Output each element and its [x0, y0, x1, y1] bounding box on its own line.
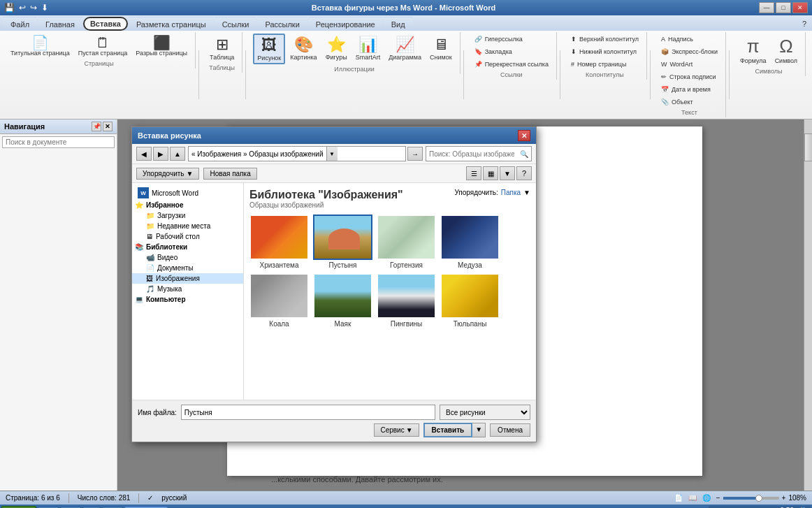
- nav-search-input[interactable]: [2, 136, 115, 148]
- nav-panel-close[interactable]: ✕: [103, 122, 113, 131]
- forward-button[interactable]: ▶: [153, 147, 168, 161]
- btn-formula[interactable]: π Формула: [737, 34, 770, 66]
- image-thumb-penguins[interactable]: Пингвины: [377, 273, 436, 328]
- window-controls[interactable]: — □ ✕: [759, 2, 808, 13]
- service-button[interactable]: Сервис ▼: [374, 423, 419, 437]
- btn-screenshot[interactable]: 🖥 Снимок: [426, 34, 456, 63]
- sidebar-item-desktop[interactable]: 🖥 Рабочий стол: [132, 231, 243, 242]
- sidebar-item-music[interactable]: 🎵 Музыка: [132, 284, 243, 294]
- sidebar-libraries-header[interactable]: 📚 Библиотеки: [132, 242, 243, 252]
- cancel-button[interactable]: Отмена: [490, 423, 530, 437]
- search-icon[interactable]: 🔍: [517, 147, 531, 161]
- image-grid: Хризантема Пустыня Гортенз: [249, 212, 530, 331]
- btn-header[interactable]: ⬆ Верхний колонтитул: [567, 34, 642, 45]
- tab-insert[interactable]: Вставка: [83, 17, 128, 31]
- btn-cross-ref[interactable]: 📌 Перекрестная ссылка: [471, 59, 552, 70]
- view-dropdown-button[interactable]: ▼: [500, 166, 515, 180]
- ribbon-group-links: 🔗 Гиперссылка 🔖 Закладка 📌 Перекрестная …: [467, 32, 557, 80]
- organize-button[interactable]: Упорядочить ▼: [136, 168, 199, 180]
- tab-file[interactable]: Файл: [3, 17, 37, 31]
- zoom-thumb[interactable]: [755, 495, 762, 502]
- path-dropdown[interactable]: ▼: [326, 147, 338, 161]
- btn-title-page[interactable]: 📄 Титульная страница: [7, 34, 73, 59]
- scrollbar-thumb[interactable]: [804, 133, 812, 161]
- btn-picture[interactable]: 🖼 Рисунок: [253, 34, 285, 64]
- sidebar-computer-header[interactable]: 💻 Компьютер: [132, 294, 243, 305]
- zoom-in-button[interactable]: +: [782, 494, 786, 502]
- btn-symbol[interactable]: Ω Символ: [771, 34, 801, 66]
- minimize-button[interactable]: —: [759, 2, 774, 13]
- btn-textbox[interactable]: A Надпись: [658, 34, 697, 45]
- btn-wordart[interactable]: W WordArt: [658, 59, 696, 70]
- image-thumb-lighthouse[interactable]: Маяк: [313, 273, 372, 328]
- tab-page-layout[interactable]: Разметка страницы: [129, 17, 214, 31]
- dialog-help-button[interactable]: ?: [516, 166, 532, 180]
- btn-page-num[interactable]: # Номер страницы: [567, 59, 630, 70]
- dialog-close-button[interactable]: ✕: [518, 130, 530, 141]
- tab-mailings[interactable]: Рассылки: [257, 17, 307, 31]
- image-thumb-jellyfish[interactable]: Медуза: [440, 215, 500, 269]
- zoom-out-button[interactable]: −: [716, 494, 720, 502]
- btn-signature[interactable]: ✏ Строка подписи: [658, 71, 720, 82]
- sidebar-favorites-header[interactable]: ⭐ Избранное: [132, 200, 243, 210]
- tab-references[interactable]: Ссылки: [215, 17, 257, 31]
- btn-chart[interactable]: 📈 Диаграмма: [385, 34, 425, 63]
- btn-shapes-label: Фигуры: [326, 54, 347, 61]
- sort-dropdown-icon[interactable]: ▼: [523, 189, 530, 196]
- btn-footer[interactable]: ⬇ Нижний колонтитул: [567, 46, 640, 57]
- sort-value[interactable]: Папка: [501, 189, 521, 196]
- tab-home[interactable]: Главная: [38, 17, 82, 31]
- sidebar-item-images[interactable]: 🖼 Изображения: [132, 273, 243, 284]
- ribbon-help-icon[interactable]: ?: [802, 20, 806, 28]
- sidebar-item-recent[interactable]: 📁 Недавние места: [132, 221, 243, 231]
- new-folder-button[interactable]: Новая папка: [203, 168, 256, 180]
- image-thumb-koala[interactable]: Коала: [249, 273, 309, 328]
- view-mode-print[interactable]: 📄: [674, 494, 683, 502]
- vertical-scrollbar[interactable]: [804, 119, 812, 491]
- zoom-slider[interactable]: [723, 497, 779, 500]
- filename-input[interactable]: [181, 405, 435, 420]
- view-list-button[interactable]: ☰: [466, 166, 481, 180]
- insert-button[interactable]: Вставить: [423, 423, 473, 437]
- btn-blank-page[interactable]: 🗒 Пустая страница: [75, 34, 131, 59]
- object-icon: 📎: [661, 99, 669, 106]
- image-thumb-desert[interactable]: Пустыня: [313, 215, 372, 269]
- back-button[interactable]: ◀: [136, 147, 152, 161]
- filetype-select[interactable]: Все рисунки: [440, 405, 530, 420]
- btn-wordart-label: WordArt: [669, 61, 693, 68]
- btn-table[interactable]: ⊞ Таблица: [206, 34, 238, 63]
- btn-object[interactable]: 📎 Объект: [658, 96, 697, 108]
- nav-panel-pin[interactable]: 📌: [92, 122, 101, 131]
- sidebar-item-ms-word[interactable]: W Microsoft Word: [132, 186, 243, 200]
- image-thumb-chrysanthemum[interactable]: Хризантема: [249, 215, 309, 269]
- sidebar-item-downloads[interactable]: 📁 Загрузки: [132, 210, 243, 221]
- sidebar-ms-word-label: Microsoft Word: [152, 189, 198, 197]
- path-go-button[interactable]: →: [407, 147, 423, 161]
- btn-express[interactable]: 📦 Экспресс-блоки: [658, 46, 721, 57]
- sidebar-item-documents[interactable]: 📄 Документы: [132, 263, 243, 273]
- btn-page-break[interactable]: ⬛ Разрыв страницы: [132, 34, 191, 59]
- btn-clipart[interactable]: 🎨 Картинка: [287, 34, 320, 63]
- maximize-button[interactable]: □: [776, 2, 791, 13]
- tab-review[interactable]: Рецензирование: [308, 17, 383, 31]
- view-mode-web[interactable]: 🌐: [702, 494, 711, 502]
- ribbon-content: 📄 Титульная страница 🗒 Пустая страница ⬛…: [0, 31, 812, 119]
- ribbon: Файл Главная Вставка Разметка страницы С…: [0, 15, 812, 119]
- btn-datetime[interactable]: 📅 Дата и время: [658, 84, 714, 95]
- btn-smartart[interactable]: 📊 SmartArt: [352, 34, 384, 63]
- image-thumb-hydrangea[interactable]: Гортензия: [377, 215, 436, 269]
- view-mode-read[interactable]: 📖: [688, 494, 697, 502]
- btn-bookmark[interactable]: 🔖 Закладка: [471, 46, 516, 57]
- image-thumb-tulips[interactable]: Тюльпаны: [440, 273, 500, 328]
- hyperlink-icon: 🔗: [474, 36, 482, 43]
- sidebar-item-video[interactable]: 📹 Видео: [132, 252, 243, 263]
- insert-dropdown-button[interactable]: ▼: [472, 423, 486, 437]
- btn-shapes[interactable]: ⭐ Фигуры: [322, 34, 351, 63]
- close-button[interactable]: ✕: [792, 2, 808, 13]
- view-detail-button[interactable]: ▦: [483, 166, 498, 180]
- path-bar[interactable]: « Изображения » Образцы изображений ▼: [188, 146, 406, 161]
- btn-hyperlink[interactable]: 🔗 Гиперссылка: [471, 34, 526, 45]
- tab-view[interactable]: Вид: [384, 17, 413, 31]
- search-input[interactable]: [426, 150, 517, 158]
- up-button[interactable]: ▲: [170, 147, 185, 161]
